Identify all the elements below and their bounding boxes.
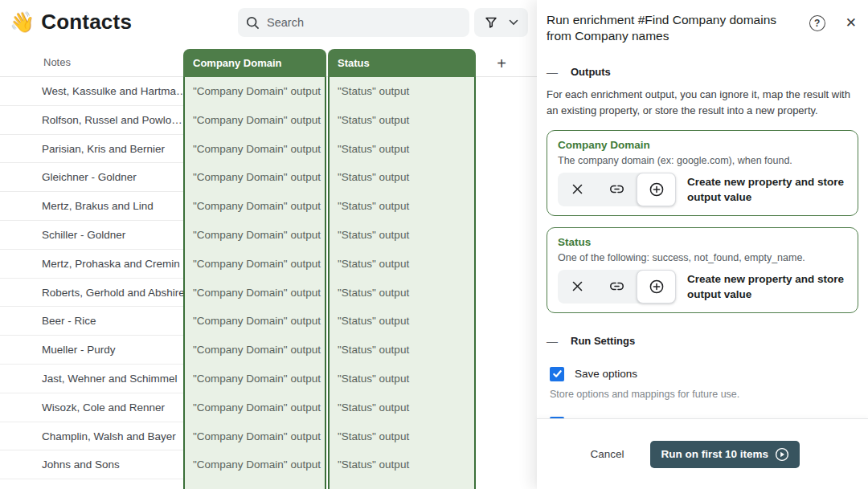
page-title: 👋 Contacts (10, 10, 132, 35)
contact-name-cell[interactable]: Mueller - Purdy (0, 336, 183, 365)
company-domain-output-cell[interactable]: "Company Domain" output (185, 192, 325, 221)
run-enrichment-panel: Run enrichment #Find Company domains fro… (537, 0, 868, 489)
output-card-description: One of the following: success, not_found… (558, 252, 847, 263)
save-options-label[interactable]: Save options (575, 368, 637, 380)
add-column-button[interactable]: + (489, 51, 514, 76)
status-output-cell[interactable]: "Status" output (330, 221, 474, 250)
collapse-outputs-icon[interactable]: — (547, 66, 559, 79)
contact-name-cell[interactable]: Jast, Wehner and Schimmel (0, 365, 183, 393)
status-output-cell[interactable]: "Status" output (330, 192, 474, 221)
company-domain-output-cell[interactable]: "Company Domain" output (185, 365, 325, 393)
search-input[interactable] (267, 16, 444, 29)
company-domain-output-cell[interactable]: "Company Domain" output (185, 250, 325, 279)
status-output-cell[interactable]: "Status" output (330, 135, 474, 164)
search-box[interactable] (238, 8, 469, 37)
contact-name-cell[interactable]: Gleichner - Goldner (0, 163, 183, 192)
run-settings-section-header: — Run Settings (547, 335, 858, 348)
main-area: 👋 Contacts (0, 0, 537, 489)
contact-name-cell[interactable]: Mertz, Brakus and Lind (0, 192, 183, 221)
company-domain-output-cell[interactable]: "Company Domain" output (185, 77, 325, 106)
map-existing-property-button[interactable] (597, 270, 637, 304)
outputs-section-header: — Outputs (547, 66, 858, 79)
topbar: 👋 Contacts (0, 0, 537, 50)
close-icon[interactable]: ✕ (845, 15, 857, 31)
output-card-title: Company Domain (558, 139, 847, 151)
panel-header: Run enrichment #Find Company domains fro… (537, 0, 868, 44)
run-button-label: Run on first 10 items (661, 448, 768, 460)
filter-group (474, 8, 528, 37)
company-domain-column-header[interactable]: Company Domain (183, 49, 326, 77)
create-new-property-button[interactable] (637, 270, 676, 304)
mapping-segmented-control (558, 270, 676, 304)
status-output-cell[interactable]: "Status" output (330, 307, 474, 336)
status-output-cell[interactable]: "Status" output (330, 365, 474, 393)
cancel-button[interactable]: Cancel (590, 448, 624, 460)
status-output-cell[interactable]: "Status" output (330, 336, 474, 365)
page-title-text: Contacts (41, 10, 132, 35)
panel-title: Run enrichment #Find Company domains fro… (547, 12, 796, 44)
status-output-cell[interactable]: "Status" output (330, 422, 474, 451)
contacts-app: 👋 Contacts (0, 0, 868, 489)
company-domain-output-cell[interactable]: "Company Domain" output (185, 135, 325, 164)
company-domain-output-cell[interactable]: "Company Domain" output (185, 221, 325, 250)
contact-name-cell[interactable]: Mertz, Prohaska and Cremin (0, 250, 183, 279)
contact-name-cell[interactable]: West, Kassulke and Hartma… (0, 77, 183, 106)
output-card-description: The company domain (ex: google.com), whe… (558, 155, 847, 166)
run-button[interactable]: Run on first 10 items (650, 441, 800, 468)
status-output-cell[interactable]: "Status" output (330, 163, 474, 192)
help-icon[interactable]: ? (809, 15, 825, 31)
wave-emoji: 👋 (10, 10, 35, 34)
save-options-checkbox[interactable] (550, 367, 564, 381)
status-output-cell[interactable]: "Status" output (330, 250, 474, 279)
contact-name-cell[interactable]: Champlin, Walsh and Bayer (0, 422, 183, 451)
company-domain-output-cell[interactable]: "Company Domain" output (185, 163, 325, 192)
company-domain-column: "Company Domain" output"Company Domain" … (183, 77, 326, 489)
contact-name-cell[interactable]: Roberts, Gerhold and Abshire (0, 279, 183, 308)
contact-name-cell[interactable]: Beer - Rice (0, 307, 183, 336)
company-domain-output-cell[interactable]: "Company Domain" output (185, 336, 325, 365)
status-column: "Status" output"Status" output"Status" o… (328, 77, 476, 489)
map-existing-property-button[interactable] (597, 173, 637, 206)
outputs-section-label: Outputs (571, 66, 611, 78)
panel-body: — Outputs For each enrichment output, yo… (537, 44, 868, 418)
table-header-row: Notes Company Domain Status + (0, 49, 537, 77)
company-domain-output-cell[interactable]: "Company Domain" output (185, 279, 325, 308)
company-domain-output-cell[interactable]: "Company Domain" output (185, 422, 325, 451)
play-circle-icon (775, 447, 789, 462)
output-card-status: Status One of the following: success, no… (547, 227, 858, 313)
create-new-property-button[interactable] (637, 173, 676, 206)
contact-name-cell[interactable]: Schiller - Goldner (0, 221, 183, 250)
company-domain-output-cell[interactable]: "Company Domain" output (185, 450, 325, 479)
save-options-description: Store options and mappings for future us… (550, 389, 858, 400)
status-column-header[interactable]: Status (328, 49, 476, 77)
contact-name-cell[interactable]: Parisian, Kris and Bernier (0, 135, 183, 164)
status-output-cell[interactable]: "Status" output (330, 450, 474, 479)
contact-name-cell[interactable]: Johns and Sons (0, 450, 183, 479)
filter-icon[interactable] (484, 15, 498, 30)
contact-name-cell[interactable]: Rolfson, Russel and Powlo… (0, 106, 183, 135)
company-domain-output-cell[interactable]: "Company Domain" output (185, 106, 325, 135)
output-card-title: Status (558, 236, 847, 248)
run-settings-section-label: Run Settings (571, 335, 635, 347)
notes-column-header[interactable]: Notes (43, 49, 71, 76)
ignore-output-button[interactable] (558, 173, 597, 206)
mapping-action-label: Create new property and store output val… (687, 271, 847, 302)
outputs-description: For each enrichment output, you can igno… (547, 87, 858, 119)
status-output-cell[interactable]: "Status" output (330, 106, 474, 135)
mapping-action-label: Create new property and store output val… (687, 174, 847, 205)
status-output-cell[interactable]: "Status" output (330, 279, 474, 308)
company-domain-output-cell[interactable]: "Company Domain" output (185, 307, 325, 336)
output-card-company-domain: Company Domain The company domain (ex: g… (547, 130, 858, 216)
status-output-cell[interactable]: "Status" output (330, 393, 474, 422)
chevron-down-icon[interactable] (509, 19, 518, 26)
contact-name-cell[interactable]: Wisozk, Cole and Renner (0, 393, 183, 422)
collapse-run-settings-icon[interactable]: — (547, 335, 559, 348)
mapping-row: Create new property and store output val… (558, 173, 847, 206)
panel-footer: Cancel Run on first 10 items (537, 418, 868, 489)
ignore-output-button[interactable] (558, 270, 597, 304)
company-domain-output-cell[interactable]: "Company Domain" output (185, 393, 325, 422)
status-output-cell[interactable]: "Status" output (330, 77, 474, 106)
mapping-segmented-control (558, 173, 676, 206)
save-options-row: Save options (547, 367, 858, 381)
mapping-row: Create new property and store output val… (558, 270, 847, 304)
